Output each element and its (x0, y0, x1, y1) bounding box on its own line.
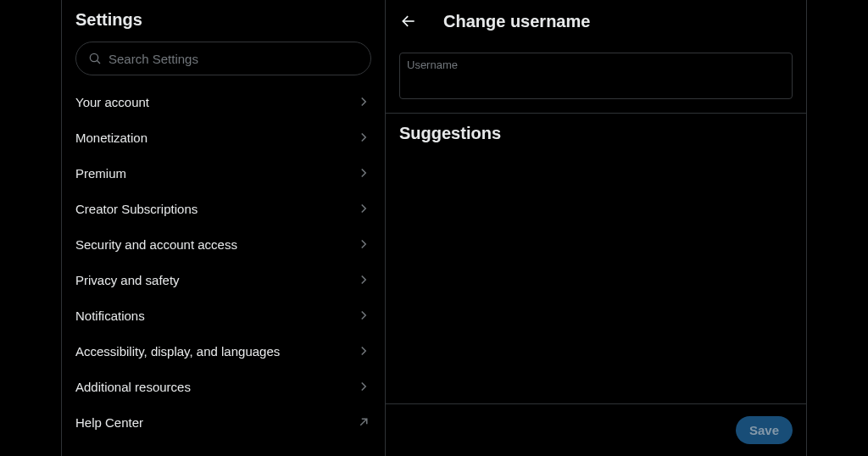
suggestions-block: Suggestions (386, 114, 806, 403)
chevron-right-icon (356, 272, 371, 287)
menu-item-your-account[interactable]: Your account (62, 84, 385, 120)
username-field[interactable]: Username (399, 53, 793, 99)
svg-line-1 (97, 60, 100, 64)
menu-item-accessibility[interactable]: Accessibility, display, and languages (62, 333, 385, 369)
save-row: Save (386, 403, 806, 456)
menu-item-monetization[interactable]: Monetization (62, 120, 385, 155)
svg-point-0 (90, 53, 97, 61)
search-icon (88, 52, 102, 65)
save-button[interactable]: Save (736, 416, 793, 444)
search-wrap (62, 38, 385, 84)
menu-item-label: Notifications (75, 309, 145, 323)
menu-item-creator-subscriptions[interactable]: Creator Subscriptions (62, 191, 385, 226)
detail-title: Change username (443, 12, 590, 31)
menu-item-label: Help Center (75, 415, 143, 430)
menu-item-label: Monetization (75, 131, 147, 145)
svg-line-2 (360, 419, 367, 425)
chevron-right-icon (356, 201, 371, 216)
menu-item-additional-resources[interactable]: Additional resources (62, 369, 385, 404)
settings-title: Settings (62, 0, 385, 38)
chevron-right-icon (356, 379, 371, 394)
menu-item-label: Privacy and safety (75, 273, 180, 287)
username-field-wrap: Username (386, 44, 806, 114)
menu-item-help-center[interactable]: Help Center (62, 404, 385, 440)
suggestions-title: Suggestions (399, 124, 793, 143)
chevron-right-icon (356, 308, 371, 323)
menu-item-label: Additional resources (75, 380, 191, 394)
chevron-right-icon (356, 94, 371, 109)
chevron-right-icon (356, 343, 371, 359)
menu-item-privacy[interactable]: Privacy and safety (62, 262, 385, 298)
username-input[interactable] (407, 73, 785, 90)
search-box[interactable] (75, 42, 371, 75)
settings-panel: Settings Your account Monetization Premi… (61, 0, 386, 456)
external-link-icon (356, 414, 371, 430)
menu-item-security[interactable]: Security and account access (62, 226, 385, 262)
chevron-right-icon (356, 236, 371, 252)
menu-item-label: Security and account access (75, 237, 237, 252)
chevron-right-icon (356, 130, 371, 145)
search-input[interactable] (108, 52, 359, 66)
username-label: Username (407, 58, 785, 71)
menu-item-label: Accessibility, display, and languages (75, 344, 280, 359)
settings-menu: Your account Monetization Premium Creato… (62, 84, 385, 440)
chevron-right-icon (356, 165, 371, 181)
menu-item-label: Creator Subscriptions (75, 202, 198, 216)
detail-header: Change username (386, 0, 806, 44)
arrow-left-icon (400, 13, 417, 30)
menu-item-notifications[interactable]: Notifications (62, 298, 385, 333)
menu-item-premium[interactable]: Premium (62, 155, 385, 191)
detail-panel: Change username Username Suggestions Sav… (386, 0, 807, 456)
menu-item-label: Premium (75, 166, 126, 181)
menu-item-label: Your account (75, 95, 149, 109)
back-button[interactable] (394, 7, 423, 36)
